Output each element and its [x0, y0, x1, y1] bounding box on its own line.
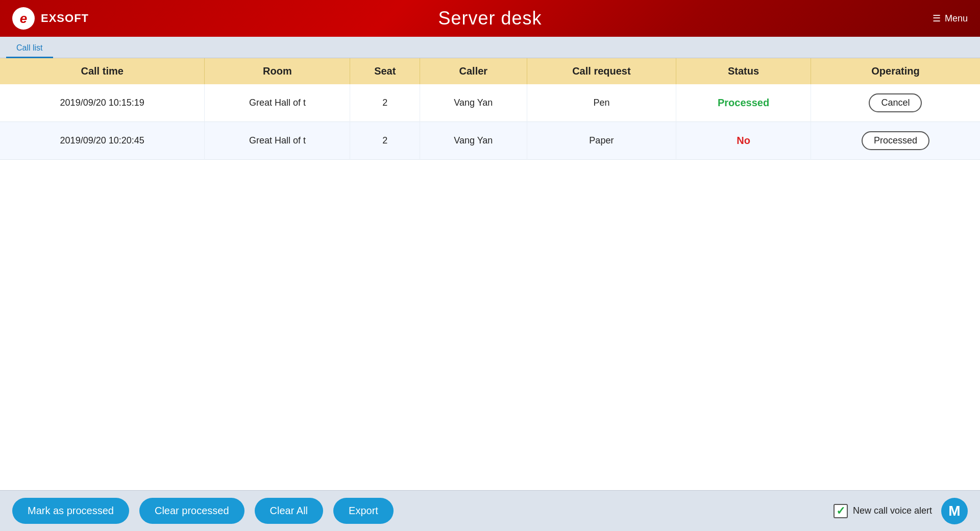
- footer: Mark as processed Clear processed Clear …: [0, 490, 980, 531]
- col-caller: Caller: [420, 58, 527, 84]
- menu-button[interactable]: ☰ Menu: [933, 13, 968, 24]
- brand-name: EXSOFT: [41, 12, 89, 25]
- logo-letter: e: [20, 11, 27, 27]
- cell-operating[interactable]: Processed: [811, 122, 980, 160]
- logo: e EXSOFT: [12, 7, 89, 30]
- voice-alert-container: ✓ New call voice alert: [834, 504, 932, 518]
- col-call-request: Call request: [527, 58, 676, 84]
- hamburger-icon: ☰: [933, 13, 941, 24]
- voice-alert-checkbox[interactable]: ✓: [834, 504, 848, 518]
- operating-button-cancel[interactable]: Cancel: [869, 93, 922, 112]
- cell-call-request: Paper: [527, 122, 676, 160]
- cell-seat: 2: [350, 122, 420, 160]
- cell-status: Processed: [676, 84, 811, 122]
- status-badge: No: [737, 135, 750, 146]
- cell-caller: Vang Yan: [420, 122, 527, 160]
- tab-bar: Call list: [0, 37, 980, 58]
- cell-operating[interactable]: Cancel: [811, 84, 980, 122]
- cell-room: Great Hall of t: [205, 122, 350, 160]
- export-button[interactable]: Export: [333, 498, 394, 524]
- cell-call-time: 2019/09/20 10:20:45: [0, 122, 205, 160]
- col-call-time: Call time: [0, 58, 205, 84]
- cell-call-request: Pen: [527, 84, 676, 122]
- col-status: Status: [676, 58, 811, 84]
- page-title: Server desk: [438, 8, 542, 29]
- voice-alert-label: New call voice alert: [853, 505, 932, 516]
- mark-as-processed-button[interactable]: Mark as processed: [12, 498, 129, 524]
- cell-caller: Vang Yan: [420, 84, 527, 122]
- cell-call-time: 2019/09/20 10:15:19: [0, 84, 205, 122]
- menu-label: Menu: [945, 13, 968, 24]
- table-row: 2019/09/20 10:20:45 Great Hall of t 2 Va…: [0, 122, 980, 160]
- logo-circle: e: [12, 7, 35, 30]
- cell-room: Great Hall of t: [205, 84, 350, 122]
- operating-button-processed[interactable]: Processed: [862, 131, 929, 150]
- call-table: Call time Room Seat Caller Call request …: [0, 58, 980, 160]
- col-operating: Operating: [811, 58, 980, 84]
- clear-all-button[interactable]: Clear All: [255, 498, 323, 524]
- col-seat: Seat: [350, 58, 420, 84]
- clear-processed-button[interactable]: Clear processed: [139, 498, 244, 524]
- main-content: Call time Room Seat Caller Call request …: [0, 58, 980, 490]
- tab-call-list[interactable]: Call list: [6, 39, 53, 58]
- cell-status: No: [676, 122, 811, 160]
- table-header-row: Call time Room Seat Caller Call request …: [0, 58, 980, 84]
- table-row: 2019/09/20 10:15:19 Great Hall of t 2 Va…: [0, 84, 980, 122]
- status-badge: Processed: [718, 97, 769, 108]
- m-badge[interactable]: M: [941, 498, 968, 524]
- footer-right: ✓ New call voice alert M: [834, 498, 968, 524]
- col-room: Room: [205, 58, 350, 84]
- header: e EXSOFT Server desk ☰ Menu: [0, 0, 980, 37]
- checkmark-icon: ✓: [836, 505, 845, 517]
- cell-seat: 2: [350, 84, 420, 122]
